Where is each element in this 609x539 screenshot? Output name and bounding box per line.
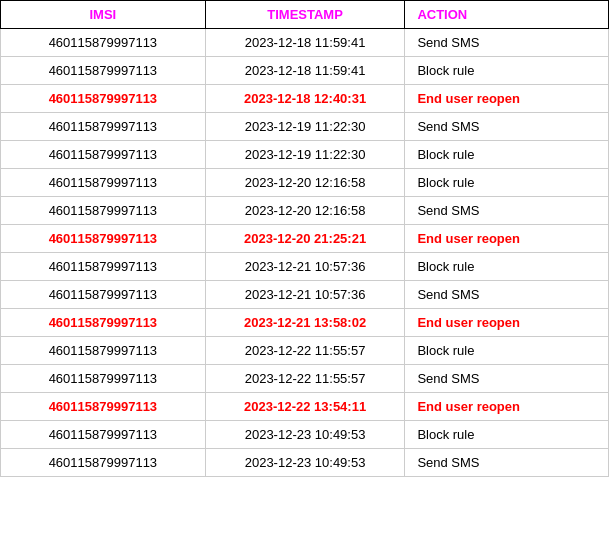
cell-imsi: 460115879997113 <box>1 57 206 85</box>
table-row: 4601158799971132023-12-20 12:16:58Send S… <box>1 197 609 225</box>
cell-timestamp: 2023-12-18 11:59:41 <box>205 29 405 57</box>
cell-timestamp: 2023-12-20 12:16:58 <box>205 197 405 225</box>
table-row: 4601158799971132023-12-22 13:54:11End us… <box>1 393 609 421</box>
table-row: 4601158799971132023-12-23 10:49:53Send S… <box>1 449 609 477</box>
cell-timestamp: 2023-12-22 11:55:57 <box>205 365 405 393</box>
table-row: 4601158799971132023-12-21 10:57:36Send S… <box>1 281 609 309</box>
cell-action: Send SMS <box>405 29 609 57</box>
cell-action: Block rule <box>405 421 609 449</box>
cell-action: End user reopen <box>405 225 609 253</box>
cell-timestamp: 2023-12-18 12:40:31 <box>205 85 405 113</box>
table-row: 4601158799971132023-12-21 10:57:36Block … <box>1 253 609 281</box>
cell-timestamp: 2023-12-21 10:57:36 <box>205 253 405 281</box>
cell-imsi: 460115879997113 <box>1 197 206 225</box>
cell-imsi: 460115879997113 <box>1 253 206 281</box>
cell-action: Block rule <box>405 337 609 365</box>
cell-action: End user reopen <box>405 309 609 337</box>
cell-timestamp: 2023-12-21 10:57:36 <box>205 281 405 309</box>
cell-timestamp: 2023-12-22 11:55:57 <box>205 337 405 365</box>
cell-timestamp: 2023-12-19 11:22:30 <box>205 141 405 169</box>
cell-timestamp: 2023-12-19 11:22:30 <box>205 113 405 141</box>
cell-timestamp: 2023-12-22 13:54:11 <box>205 393 405 421</box>
table-row: 4601158799971132023-12-18 11:59:41Block … <box>1 57 609 85</box>
table-row: 4601158799971132023-12-18 11:59:41Send S… <box>1 29 609 57</box>
cell-timestamp: 2023-12-23 10:49:53 <box>205 421 405 449</box>
cell-imsi: 460115879997113 <box>1 393 206 421</box>
cell-action: Send SMS <box>405 449 609 477</box>
cell-action: Send SMS <box>405 197 609 225</box>
cell-timestamp: 2023-12-20 12:16:58 <box>205 169 405 197</box>
cell-timestamp: 2023-12-21 13:58:02 <box>205 309 405 337</box>
cell-imsi: 460115879997113 <box>1 141 206 169</box>
cell-imsi: 460115879997113 <box>1 365 206 393</box>
table-row: 4601158799971132023-12-20 12:16:58Block … <box>1 169 609 197</box>
table-row: 4601158799971132023-12-22 11:55:57Block … <box>1 337 609 365</box>
cell-timestamp: 2023-12-18 11:59:41 <box>205 57 405 85</box>
cell-imsi: 460115879997113 <box>1 281 206 309</box>
cell-action: Send SMS <box>405 365 609 393</box>
cell-action: Block rule <box>405 169 609 197</box>
cell-imsi: 460115879997113 <box>1 449 206 477</box>
table-row: 4601158799971132023-12-23 10:49:53Block … <box>1 421 609 449</box>
table-row: 4601158799971132023-12-18 12:40:31End us… <box>1 85 609 113</box>
data-table: IMSI TIMESTAMP ACTION 460115879997113202… <box>0 0 609 477</box>
cell-imsi: 460115879997113 <box>1 337 206 365</box>
cell-imsi: 460115879997113 <box>1 421 206 449</box>
table-body: 4601158799971132023-12-18 11:59:41Send S… <box>1 29 609 477</box>
cell-imsi: 460115879997113 <box>1 169 206 197</box>
cell-imsi: 460115879997113 <box>1 85 206 113</box>
cell-imsi: 460115879997113 <box>1 113 206 141</box>
cell-timestamp: 2023-12-20 21:25:21 <box>205 225 405 253</box>
cell-imsi: 460115879997113 <box>1 309 206 337</box>
header-imsi: IMSI <box>1 1 206 29</box>
cell-timestamp: 2023-12-23 10:49:53 <box>205 449 405 477</box>
cell-action: Send SMS <box>405 281 609 309</box>
cell-action: Block rule <box>405 141 609 169</box>
header-action: ACTION <box>405 1 609 29</box>
cell-action: End user reopen <box>405 393 609 421</box>
table-row: 4601158799971132023-12-19 11:22:30Send S… <box>1 113 609 141</box>
cell-action: Send SMS <box>405 113 609 141</box>
cell-action: Block rule <box>405 253 609 281</box>
cell-imsi: 460115879997113 <box>1 29 206 57</box>
table-row: 4601158799971132023-12-19 11:22:30Block … <box>1 141 609 169</box>
cell-action: Block rule <box>405 57 609 85</box>
header-timestamp: TIMESTAMP <box>205 1 405 29</box>
table-row: 4601158799971132023-12-20 21:25:21End us… <box>1 225 609 253</box>
table-header-row: IMSI TIMESTAMP ACTION <box>1 1 609 29</box>
table-row: 4601158799971132023-12-22 11:55:57Send S… <box>1 365 609 393</box>
cell-action: End user reopen <box>405 85 609 113</box>
cell-imsi: 460115879997113 <box>1 225 206 253</box>
table-row: 4601158799971132023-12-21 13:58:02End us… <box>1 309 609 337</box>
